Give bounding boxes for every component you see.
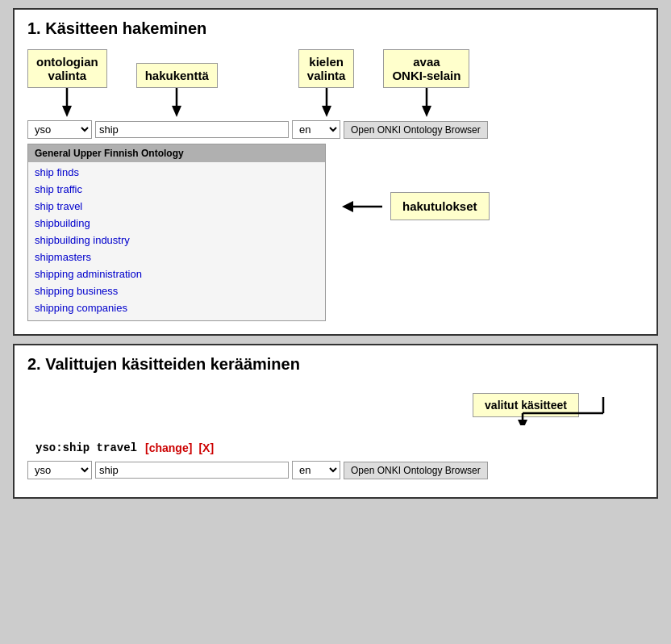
section2-ontologia-select[interactable]: yso aso meso xyxy=(27,461,92,479)
list-item[interactable]: ship finds xyxy=(28,164,325,181)
section2-content: valitut käsitteet yso:ship travel [chang… xyxy=(27,385,644,479)
section1-panel: 1. Käsitteen hakeminen ontologian valint… xyxy=(13,8,658,336)
list-item[interactable]: ship traffic xyxy=(28,181,325,198)
dropdown-header: General Upper Finnish Ontology xyxy=(28,144,325,162)
svg-marker-3 xyxy=(172,106,181,117)
concept-text: yso:ship travel xyxy=(35,441,137,454)
arrow-down-4 xyxy=(417,88,436,117)
ontologia-select[interactable]: yso aso meso xyxy=(27,120,92,139)
arrow-left-icon xyxy=(342,194,382,219)
list-item[interactable]: shipbuilding industry xyxy=(28,232,325,249)
svg-marker-7 xyxy=(422,106,431,117)
arrow-valitut xyxy=(498,393,660,425)
hakukentta-label-col: hakukenttä xyxy=(136,63,218,117)
search-input[interactable] xyxy=(95,121,289,138)
hakutulokset-box: hakutulokset xyxy=(390,192,490,220)
remove-link[interactable]: [X] xyxy=(198,441,214,454)
section2-search-input[interactable] xyxy=(95,462,289,479)
svg-marker-9 xyxy=(342,201,353,212)
arrow-down-2 xyxy=(167,88,186,117)
hakukentta-label-box: hakukenttä xyxy=(136,63,218,88)
results-area: General Upper Finnish Ontology ship find… xyxy=(27,144,644,321)
svg-marker-1 xyxy=(62,106,72,117)
svg-marker-13 xyxy=(518,420,527,425)
list-item[interactable]: shipping administration xyxy=(28,266,325,282)
section2-kieli-select[interactable]: en fi sv xyxy=(292,461,340,479)
labels-row: ontologian valinta hakukenttä kielen val… xyxy=(27,49,644,117)
controls-row: yso aso meso en fi sv Open ONKI Ontology… xyxy=(27,120,644,139)
svg-marker-5 xyxy=(322,106,331,117)
list-item[interactable]: ship travel xyxy=(28,198,325,215)
dropdown-list: General Upper Finnish Ontology ship find… xyxy=(27,144,326,321)
change-link[interactable]: [change] xyxy=(145,441,192,454)
ontologia-label-box: ontologian valinta xyxy=(27,49,107,88)
avaa-label-box: avaa ONKI-selain xyxy=(383,49,469,88)
list-item[interactable]: shipbuilding xyxy=(28,215,325,232)
list-item[interactable]: shipping companies xyxy=(28,299,325,316)
section2-title: 2. Valittujen käsitteiden kerääminen xyxy=(27,355,644,374)
open-onki-button[interactable]: Open ONKI Ontology Browser xyxy=(344,121,488,139)
list-item[interactable]: shipping business xyxy=(28,282,325,299)
section2-open-onki-button[interactable]: Open ONKI Ontology Browser xyxy=(344,462,488,479)
hakutulokset-area: hakutulokset xyxy=(342,192,490,220)
section2-controls-row: yso aso meso en fi sv Open ONKI Ontology… xyxy=(27,461,644,479)
selected-concept-row: yso:ship travel [change] [X] xyxy=(35,441,644,454)
ontologia-label-col: ontologian valinta xyxy=(27,49,107,117)
kieli-select[interactable]: en fi sv xyxy=(292,120,340,139)
kieli-label-box: kielen valinta xyxy=(298,49,355,88)
arrow-down-1 xyxy=(57,88,77,117)
section2-panel: 2. Valittujen käsitteiden kerääminen val… xyxy=(13,344,658,499)
kieli-label-col: kielen valinta xyxy=(298,49,355,117)
valitut-area: valitut käsitteet xyxy=(27,393,579,417)
avaa-label-col: avaa ONKI-selain xyxy=(383,49,469,117)
section1-title: 1. Käsitteen hakeminen xyxy=(27,19,644,38)
arrow-down-3 xyxy=(317,88,336,117)
dropdown-items[interactable]: ship findsship trafficship travelshipbui… xyxy=(28,162,325,318)
list-item[interactable]: shipmasters xyxy=(28,249,325,266)
